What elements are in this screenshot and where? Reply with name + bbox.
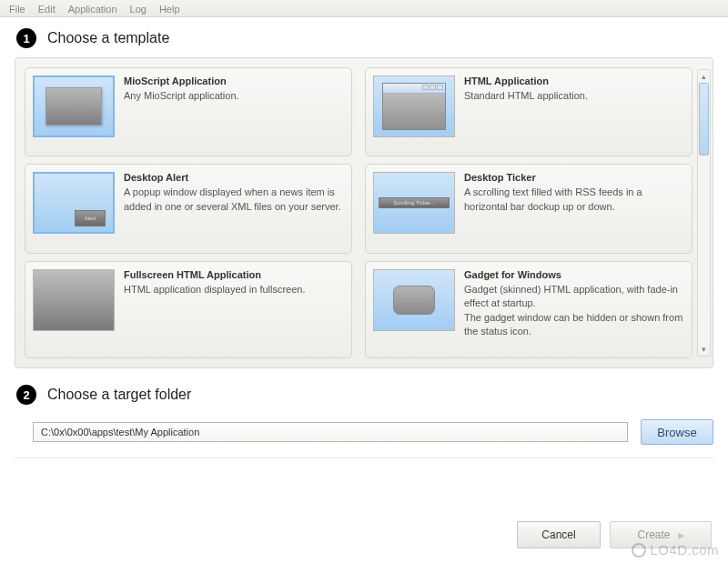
step-1-title: Choose a template xyxy=(47,30,169,46)
template-desc: Standard HTML application. xyxy=(464,89,684,103)
template-desc: Gadget (skinned) HTML application, with … xyxy=(464,283,684,339)
step-2-title: Choose a target folder xyxy=(47,387,191,403)
step-2-header: 2 Choose a target folder xyxy=(0,368,728,410)
template-desc: Any MioScript application. xyxy=(124,89,344,103)
window-icon xyxy=(382,83,446,130)
template-grid: MioScript Application Any MioScript appl… xyxy=(25,67,703,358)
template-title: Desktop Ticker xyxy=(464,172,684,183)
template-desktop-alert[interactable]: Alert Desktop Alert A popup window displ… xyxy=(25,164,352,253)
create-button-label: Create xyxy=(637,528,670,541)
menu-log[interactable]: Log xyxy=(125,3,152,14)
templates-panel: MioScript Application Any MioScript appl… xyxy=(15,57,713,368)
step-1-header: 1 Choose a template xyxy=(0,17,728,57)
template-desc: HTML application displayed in fullscreen… xyxy=(124,283,344,297)
template-title: MioScript Application xyxy=(124,75,344,86)
thumb-fullscreen xyxy=(33,269,115,331)
menu-edit[interactable]: Edit xyxy=(33,3,61,14)
menu-help[interactable]: Help xyxy=(154,3,186,14)
step-2-number: 2 xyxy=(16,385,36,405)
menu-application[interactable]: Application xyxy=(63,3,123,14)
template-title: Gadget for Windows xyxy=(464,269,684,280)
template-desc: A popup window displayed when a news ite… xyxy=(124,186,344,214)
scrollbar[interactable]: ▴ ▾ xyxy=(697,69,711,357)
scroll-up-icon[interactable]: ▴ xyxy=(698,70,710,83)
cancel-button[interactable]: Cancel xyxy=(517,521,601,548)
thumb-alert: Alert xyxy=(33,172,115,234)
thumb-gadget xyxy=(373,269,455,331)
browse-button[interactable]: Browse xyxy=(641,419,713,445)
divider xyxy=(15,457,713,458)
thumb-ticker: Scrolling Ticker... xyxy=(373,172,455,234)
target-folder-input[interactable] xyxy=(33,422,628,442)
folder-row: Browse xyxy=(15,410,713,457)
template-mioscript[interactable]: MioScript Application Any MioScript appl… xyxy=(25,67,352,156)
template-title: Fullscreen HTML Application xyxy=(124,269,344,280)
ticker-icon: Scrolling Ticker... xyxy=(379,197,450,208)
create-button[interactable]: Create ▸ xyxy=(610,521,712,548)
thumb-html xyxy=(373,75,455,137)
template-title: Desktop Alert xyxy=(124,172,344,183)
alert-icon: Alert xyxy=(75,210,106,226)
rect-icon xyxy=(46,87,102,126)
menu-file[interactable]: File xyxy=(4,3,31,14)
template-title: HTML Application xyxy=(464,75,684,86)
arrow-right-icon: ▸ xyxy=(678,528,684,542)
template-desktop-ticker[interactable]: Scrolling Ticker... Desktop Ticker A scr… xyxy=(365,164,693,253)
gadget-icon xyxy=(393,286,435,315)
template-gadget[interactable]: Gadget for Windows Gadget (skinned) HTML… xyxy=(365,261,693,358)
scroll-down-icon[interactable]: ▾ xyxy=(698,343,710,356)
fullscreen-icon xyxy=(34,270,114,330)
template-fullscreen[interactable]: Fullscreen HTML Application HTML applica… xyxy=(25,261,352,358)
template-html[interactable]: HTML Application Standard HTML applicati… xyxy=(365,67,693,156)
step-1-number: 1 xyxy=(16,28,36,48)
thumb-mioscript xyxy=(33,75,115,137)
scroll-thumb[interactable] xyxy=(699,83,709,156)
template-desc: A scrolling text filled with RSS feeds i… xyxy=(464,186,684,214)
bottom-bar: Cancel Create ▸ xyxy=(517,521,712,548)
menu-bar: File Edit Application Log Help xyxy=(0,0,728,17)
